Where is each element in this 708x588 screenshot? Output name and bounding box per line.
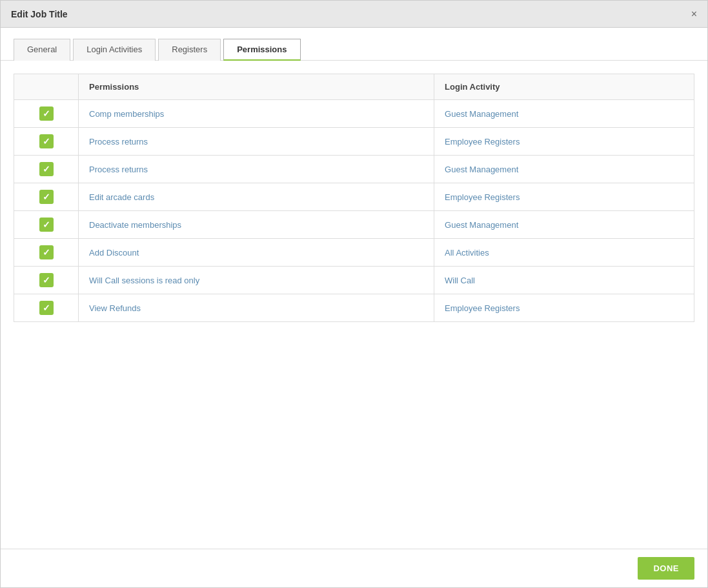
table-row: View RefundsEmployee Registers [14,294,694,322]
table-cell-checkbox [14,211,79,239]
table-cell-checkbox [14,128,79,156]
table-cell-checkbox [14,156,79,183]
tab-login-activities[interactable]: Login Activities [73,39,156,61]
table-cell-permission: Comp memberships [79,100,434,128]
table-cell-checkbox [14,294,79,322]
table-cell-checkbox [14,183,79,211]
table-cell-permission: Edit arcade cards [79,183,434,211]
table-row: Deactivate membershipsGuest Management [14,211,694,239]
table-row: Edit arcade cardsEmployee Registers [14,183,694,211]
col-header-login-activity: Login Activity [434,74,694,100]
checkbox-checked-icon[interactable] [39,218,54,232]
table-cell-permission: Deactivate memberships [79,211,434,239]
col-header-permissions: Permissions [79,74,434,100]
table-cell-login-activity: Guest Management [434,156,694,183]
checkbox-checked-icon[interactable] [39,245,54,259]
modal-title: Edit Job Title [11,9,68,19]
table-cell-checkbox [14,239,79,267]
tab-registers[interactable]: Registers [158,39,221,61]
checkbox-checked-icon[interactable] [39,106,54,121]
table-cell-login-activity: Employee Registers [434,183,694,211]
table-row: Process returnsEmployee Registers [14,128,694,156]
table-header-row: Permissions Login Activity [14,74,694,100]
table-cell-login-activity: Guest Management [434,211,694,239]
table-cell-checkbox [14,267,79,294]
table-cell-permission: View Refunds [79,294,434,322]
tabs-container: General Login Activities Registers Permi… [1,28,707,61]
table-cell-login-activity: Guest Management [434,100,694,128]
table-row: Comp membershipsGuest Management [14,100,694,128]
table-cell-login-activity: All Activities [434,239,694,267]
tab-general[interactable]: General [14,39,70,61]
table-cell-login-activity: Employee Registers [434,294,694,322]
modal-footer: DONE [1,549,707,587]
table-cell-login-activity: Employee Registers [434,128,694,156]
table-row: Process returnsGuest Management [14,156,694,183]
permissions-table: Permissions Login Activity Comp membersh… [14,74,694,322]
modal-header: Edit Job Title × [1,1,707,28]
table-row: Add DiscountAll Activities [14,239,694,267]
checkbox-checked-icon[interactable] [39,134,54,148]
table-cell-login-activity: Will Call [434,267,694,294]
table-cell-permission: Process returns [79,156,434,183]
col-header-checkbox [14,74,79,100]
close-button[interactable]: × [691,9,697,19]
checkbox-checked-icon[interactable] [39,273,54,287]
done-button[interactable]: DONE [638,557,694,580]
tab-permissions[interactable]: Permissions [223,39,300,61]
table-row: Will Call sessions is read onlyWill Call [14,267,694,294]
checkbox-checked-icon[interactable] [39,190,54,204]
modal-container: Edit Job Title × General Login Activitie… [0,0,708,588]
content-area: Permissions Login Activity Comp membersh… [1,61,707,549]
table-cell-permission: Add Discount [79,239,434,267]
checkbox-checked-icon[interactable] [39,301,54,315]
table-cell-permission: Will Call sessions is read only [79,267,434,294]
table-cell-checkbox [14,100,79,128]
table-cell-permission: Process returns [79,128,434,156]
checkbox-checked-icon[interactable] [39,162,54,176]
